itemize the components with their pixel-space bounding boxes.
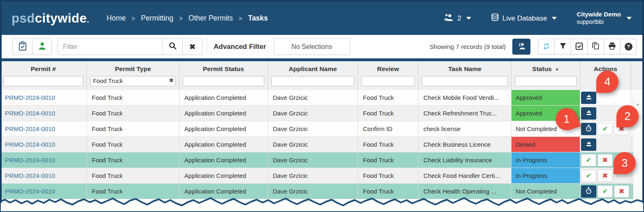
select-records-button[interactable] <box>571 39 587 55</box>
scroll-up-icon[interactable]: ▲ <box>633 101 642 106</box>
table-body: PRMO-2024-0010 Food Truck Application Co… <box>0 90 644 199</box>
copy-button[interactable] <box>587 39 604 55</box>
advanced-filter-selections-button[interactable]: No Selections <box>274 38 350 55</box>
eject-icon <box>586 110 592 117</box>
eject-icon <box>586 94 592 101</box>
permit-link[interactable]: PRMO-2024-0010 <box>0 106 87 121</box>
table-row[interactable]: PRMO-2024-0010 Food Truck Application Co… <box>0 168 644 184</box>
applicant-filter-input[interactable] <box>271 76 354 86</box>
breadcrumb-home[interactable]: Home <box>107 14 126 23</box>
filter-input[interactable] <box>58 38 163 55</box>
approve-task-button[interactable]: ✔ <box>598 123 613 135</box>
check-icon: ✔ <box>602 187 608 195</box>
tasks-view-button[interactable] <box>12 38 32 55</box>
app-window: psdcitywide. Home > Permitting > Other P… <box>0 0 644 212</box>
column-header-task-name[interactable]: Task Name <box>418 61 511 90</box>
permit-link[interactable]: PRMO-2024-0010 <box>0 152 87 168</box>
status-filter-input[interactable] <box>515 76 577 86</box>
permit-link[interactable]: PRMO-2024-0010 <box>0 90 87 106</box>
table-row-selected[interactable]: PRMO-2024-0010 Food Truck Application Co… <box>0 152 644 168</box>
right-border <box>642 2 644 203</box>
help-button[interactable]: ? <box>620 39 637 55</box>
callout-pin-4: 4 <box>596 71 618 93</box>
callout-pin-3: 3 <box>614 152 636 174</box>
status-badge: Approved <box>511 90 580 106</box>
column-filter-button[interactable] <box>554 39 571 55</box>
stopwatch-icon <box>585 187 592 196</box>
breadcrumb-other-permits[interactable]: Other Permits <box>188 14 233 23</box>
refresh-button[interactable] <box>538 39 554 55</box>
search-button[interactable] <box>163 38 183 55</box>
assignee-view-button[interactable] <box>32 38 52 55</box>
x-icon: ✖ <box>619 187 624 195</box>
permit-link[interactable]: PRMO-2024-0010 <box>0 137 87 152</box>
approve-task-button[interactable]: ✔ <box>581 170 596 182</box>
status-badge: In Progress <box>511 152 580 168</box>
chevron-down-icon <box>627 17 632 20</box>
clipboard-check-icon <box>19 41 27 52</box>
toolbar-divider <box>207 38 207 55</box>
account-name: Citywide Demo <box>577 11 621 18</box>
approve-task-button[interactable]: ✔ <box>581 154 596 166</box>
clear-type-filter-icon[interactable]: ✖ <box>169 77 174 83</box>
permit-type-filter-input[interactable] <box>90 76 176 86</box>
database-icon <box>491 13 499 24</box>
advanced-filter-label: Advanced Filter <box>214 43 266 51</box>
breadcrumb-tasks: Tasks <box>248 14 268 23</box>
torn-edge-decoration <box>0 196 644 212</box>
status-badge: Denied <box>511 137 580 152</box>
status-badge: In Progress <box>511 168 580 184</box>
column-header-review[interactable]: Review <box>358 61 418 90</box>
x-icon: ✖ <box>602 156 608 164</box>
permit-link[interactable]: PRMO-2024-0010 <box>0 168 87 184</box>
psdcitywide-logo[interactable]: psdcitywide. <box>12 11 89 26</box>
column-header-permit-type[interactable]: Permit Type ✖ <box>87 61 179 90</box>
clear-icon: ✖ <box>189 42 195 51</box>
table-row[interactable]: PRMO-2024-0010 Food Truck Application Co… <box>0 121 644 137</box>
callout-pin-2: 2 <box>616 105 639 127</box>
check-icon: ✔ <box>586 172 591 180</box>
column-header-permit-status[interactable]: Permit Status <box>179 61 268 90</box>
permit-filter-input[interactable] <box>3 76 83 86</box>
permit-link[interactable]: PRMO-2024-0010 <box>0 121 87 137</box>
sort-asc-icon: ▲ <box>555 67 559 71</box>
print-button[interactable] <box>604 39 620 55</box>
check-square-icon <box>575 42 583 51</box>
database-selector[interactable]: Live Database <box>491 13 557 24</box>
record-count-text: Showing 7 records (9 total) <box>430 43 506 51</box>
breadcrumb-permitting[interactable]: Permitting <box>141 14 173 23</box>
clear-filter-button[interactable]: ✖ <box>183 38 202 55</box>
reopen-task-button[interactable] <box>581 92 596 104</box>
database-label: Live Database <box>502 14 547 23</box>
reopen-task-button[interactable] <box>581 138 596 151</box>
chevron-down-icon <box>552 17 557 20</box>
account-username: supportbbi <box>577 18 621 26</box>
review-filter-input[interactable] <box>361 76 415 86</box>
table-top-border <box>0 58 644 61</box>
assigned-to-me-toggle[interactable] <box>512 39 530 55</box>
column-header-applicant[interactable]: Applicant Name <box>268 61 358 90</box>
breadcrumb-separator: > <box>179 15 183 22</box>
table-header: Permit # Permit Type ✖ Permit Status App… <box>0 61 644 90</box>
account-menu[interactable]: Citywide Demo supportbbi <box>577 11 632 25</box>
column-header-status[interactable]: Status▲ <box>511 61 580 90</box>
table-row[interactable]: PRMO-2024-0010 Food Truck Application Co… <box>0 106 644 121</box>
person-icon <box>38 42 46 51</box>
breadcrumb: Home > Permitting > Other Permits > Task… <box>107 14 268 23</box>
online-users-dropdown[interactable]: 2 <box>443 14 471 23</box>
deny-task-button[interactable]: ✖ <box>598 170 613 182</box>
refresh-icon <box>542 42 550 51</box>
deny-task-button[interactable]: ✖ <box>598 154 613 166</box>
table-row[interactable]: PRMO-2024-0010 Food Truck Application Co… <box>0 137 644 152</box>
column-header-permit[interactable]: Permit # <box>0 61 87 90</box>
search-icon <box>169 42 177 51</box>
task-name-filter-input[interactable] <box>422 76 508 86</box>
start-task-button[interactable] <box>581 123 596 135</box>
chevron-down-icon <box>466 17 471 20</box>
online-users-count: 2 <box>457 14 461 23</box>
help-icon: ? <box>625 43 632 51</box>
table-row[interactable]: PRMO-2024-0010 Food Truck Application Co… <box>0 90 644 106</box>
permit-status-filter-input[interactable] <box>183 76 264 86</box>
stopwatch-icon <box>585 124 592 133</box>
reopen-task-button[interactable] <box>581 107 596 120</box>
